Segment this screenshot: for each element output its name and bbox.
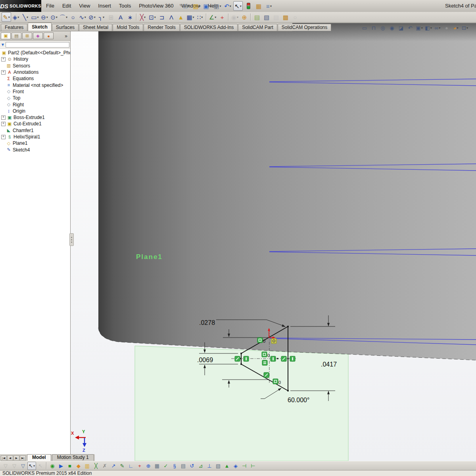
tree-filter-input[interactable] (6, 42, 69, 48)
convert-entities-icon[interactable]: ⊡▾ (148, 12, 157, 22)
sketch-icon[interactable]: ✎▾ (2, 12, 11, 22)
tab-solidcam-operations[interactable]: SolidCAM Operations (278, 24, 331, 31)
file-properties-icon[interactable]: ▦ (254, 1, 263, 11)
corner-rectangle-icon[interactable]: ▭▾ (30, 12, 40, 22)
sketch-numeric-input-icon[interactable]: ▤ (252, 12, 262, 22)
select-cursor-icon[interactable]: ↖▾ (233, 1, 243, 11)
section-view-icon[interactable]: ◪ (397, 24, 405, 32)
cam-flag-icon[interactable]: ▶ (57, 462, 65, 470)
undo-icon[interactable]: ↶▾ (223, 1, 232, 11)
cam-part-data-icon[interactable]: ◉ (48, 462, 57, 470)
rebuild-traffic-light-icon[interactable] (244, 1, 253, 11)
tree-item-boss-extrude1[interactable]: +▣Boss-Extrude1 (0, 114, 70, 121)
dropdown-arrow-icon[interactable]: ▾ (56, 15, 58, 19)
dropdown-arrow-icon[interactable]: ▾ (46, 15, 48, 19)
cam-coordsys-icon[interactable]: ∟ (127, 462, 135, 470)
menu-item-view[interactable]: View (75, 3, 94, 9)
part-body[interactable] (98, 23, 476, 360)
cam-position-icon[interactable]: ⊕ (144, 462, 153, 470)
dropdown-arrow-icon[interactable]: ▾ (230, 4, 231, 8)
new-document-icon[interactable]: □▾ (182, 1, 191, 11)
cam-table-icon[interactable]: ▦ (153, 462, 161, 470)
cam-post1-icon[interactable]: ⊣ (240, 462, 249, 470)
save-icon[interactable]: ▣▾ (202, 1, 212, 11)
tab-sheet-metal[interactable]: Sheet Metal (79, 24, 112, 31)
filter-faces-icon[interactable]: ▽ (10, 462, 19, 470)
dropdown-arrow-icon[interactable]: ▾ (154, 15, 156, 19)
tab-nav-button[interactable]: ▶| (20, 455, 26, 461)
cam-stock-icon[interactable]: ■ (65, 462, 74, 470)
tree-item-cut-extrude1[interactable]: +▣Cut-Extrude1 (0, 121, 70, 127)
dropdown-arrow-icon[interactable]: ▾ (457, 26, 458, 30)
cam-sheet-icon[interactable]: ▤ (179, 462, 188, 470)
tree-item-origin[interactable]: ↨Origin (0, 108, 70, 114)
tree-item-annotations[interactable]: +AAnnotations (0, 69, 70, 75)
straight-slot-icon[interactable]: ⊖▾ (40, 12, 49, 22)
cam-verify-icon[interactable]: ✓ (161, 462, 170, 470)
expand-icon[interactable]: + (1, 135, 6, 139)
tree-item-chamfer1[interactable]: ◣Chamfer1 (0, 127, 70, 134)
tab-nav-button[interactable]: ▶ (13, 455, 19, 461)
trim-entities-icon[interactable]: ╳▾ (138, 12, 148, 22)
expand-icon[interactable]: + (1, 70, 6, 75)
dropdown-arrow-icon[interactable]: ▾ (220, 4, 221, 8)
dropdown-arrow-icon[interactable]: ▾ (439, 26, 440, 30)
tree-item-sketch4[interactable]: ✎Sketch4 (0, 146, 70, 153)
plane1-label[interactable]: Plane1 (136, 253, 163, 261)
dropdown-arrow-icon[interactable]: ▾ (94, 15, 96, 19)
dropdown-arrow-icon[interactable]: ▾ (430, 26, 432, 30)
cam-spiral-icon[interactable]: § (170, 462, 179, 470)
dim-left-height[interactable]: .0069 (197, 357, 213, 363)
sketch-picture-icon[interactable]: ▩ (281, 12, 290, 22)
tab-solidcam-part[interactable]: SolidCAM Part (238, 24, 277, 31)
ellipse-icon[interactable]: ⊘▾ (87, 12, 97, 22)
previous-view-icon[interactable]: ↶ (406, 24, 415, 32)
rapid-sketch-icon[interactable]: ⊕ (240, 12, 249, 22)
tree-item-equations[interactable]: ΣEquations (0, 75, 70, 82)
cam-move-icon[interactable]: ↗ (109, 462, 118, 470)
tree-item-helix-spiral1[interactable]: +§Helix/Spiral1 (0, 134, 70, 140)
spline-icon[interactable]: ∿▾ (78, 12, 87, 22)
dropdown-arrow-icon[interactable]: ▾ (237, 15, 238, 19)
perimeter-circle-icon[interactable]: ○ (68, 12, 78, 22)
options-icon[interactable]: ≡▾ (264, 1, 274, 11)
sketch-fillet-icon[interactable]: ╮▾ (97, 12, 106, 22)
panel-splitter[interactable] (69, 233, 74, 246)
tab-model[interactable]: Model (27, 454, 51, 461)
dropdown-arrow-icon[interactable]: ▾ (33, 464, 35, 468)
dropdown-arrow-icon[interactable]: ▾ (240, 4, 242, 8)
tree-item-history[interactable]: +⊙History (0, 56, 70, 62)
cam-folder-icon[interactable]: ▥ (83, 462, 92, 470)
dropdown-arrow-icon[interactable]: ▾ (66, 15, 67, 19)
menu-item-insert[interactable]: Insert (94, 3, 115, 9)
tree-item-right[interactable]: ◇Right (0, 101, 70, 107)
panel-chevron[interactable]: » (65, 33, 69, 39)
measure-icon[interactable]: ▭ (360, 24, 369, 32)
cam-target-icon[interactable]: ◆ (74, 462, 83, 470)
display-relations-icon[interactable]: ∠▾ (208, 12, 217, 22)
menu-item-photoview-360[interactable]: PhotoView 360 (135, 3, 177, 9)
tree-item-plane1[interactable]: ◇Plane1 (0, 140, 70, 146)
propertymanager-tab[interactable]: ▤ (12, 33, 21, 39)
select-tool-icon[interactable]: ↖▾ (27, 462, 36, 470)
selection-filter-icon[interactable]: ▽ (1, 462, 10, 470)
centerpoint-arc-icon[interactable]: ⌒▾ (59, 12, 68, 22)
print-icon[interactable]: ▤▾ (213, 1, 222, 11)
dropdown-arrow-icon[interactable]: ▾ (201, 15, 203, 19)
menu-item-edit[interactable]: Edit (58, 3, 75, 9)
cam-geometry-icon[interactable]: ╳ (92, 462, 100, 470)
point-icon[interactable]: ∗ (125, 12, 135, 22)
displaymanager-tab[interactable]: ● (44, 33, 54, 39)
mirror-entities-icon[interactable]: Λ (167, 12, 176, 22)
dimxpertmanager-tab[interactable]: ◈ (33, 33, 43, 39)
dropdown-arrow-icon[interactable]: ▾ (421, 26, 423, 30)
mirror-box-icon[interactable]: ⊞ (106, 12, 116, 22)
section-properties-icon[interactable]: ⊓ (369, 24, 378, 32)
dim-angle[interactable]: 60.000° (288, 397, 309, 403)
text-icon[interactable]: A (116, 12, 125, 22)
cam-simulate-icon[interactable]: ▲ (223, 462, 231, 470)
expand-icon[interactable]: + (1, 57, 6, 61)
view-orientation-icon[interactable]: ▣▾ (415, 24, 424, 32)
cam-delete-icon[interactable]: ✗ (100, 462, 109, 470)
cam-rotate-icon[interactable]: ↺ (188, 462, 196, 470)
